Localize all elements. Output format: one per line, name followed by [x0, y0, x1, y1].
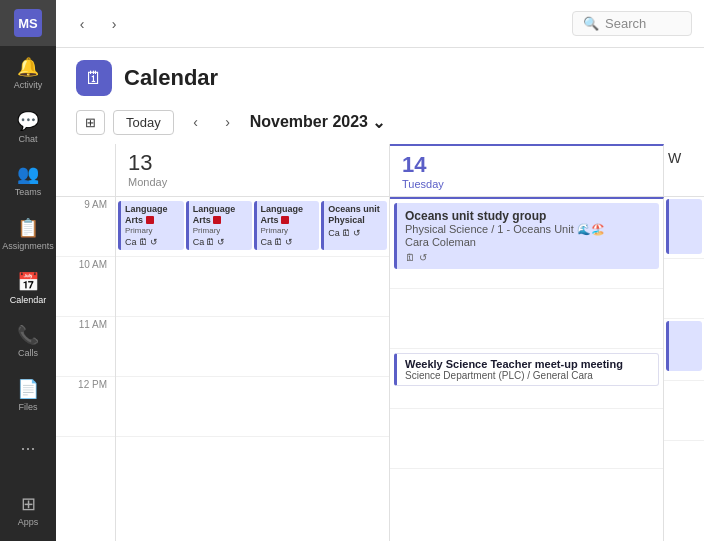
calendar-header: 🗓 Calendar: [56, 48, 704, 104]
search-box[interactable]: 🔍 Search: [572, 11, 692, 36]
day-number-monday: 13: [128, 150, 377, 176]
time-column: 9 AM 10 AM 11 AM 12 PM: [56, 197, 116, 541]
month-label[interactable]: November 2023 ⌄: [250, 113, 385, 132]
time-slot-12pm: 12 PM: [56, 377, 115, 437]
event-sub: Primary: [125, 226, 180, 235]
day-number-overflow: W: [668, 150, 700, 166]
sidebar-item-files[interactable]: 📄 Files: [0, 368, 56, 422]
event-actions: Ca 🗓 ↺: [328, 228, 383, 238]
sidebar-item-label: Assignments: [2, 241, 54, 251]
sidebar-item-label: Calls: [18, 348, 38, 358]
sidebar: MS 🔔 Activity 💬 Chat 👥 Teams 📋 Assignmen…: [0, 0, 56, 541]
logo-box: MS: [14, 9, 42, 37]
science-meeting-event[interactable]: Weekly Science Teacher meet-up meeting S…: [394, 353, 659, 386]
sidebar-apps-label: Apps: [18, 517, 39, 527]
sync-action-icon[interactable]: ↺: [217, 237, 225, 247]
calendar-app-icon: 🗓: [76, 60, 112, 96]
red-square-icon: [146, 216, 154, 224]
event-sub: Primary: [193, 226, 248, 235]
language-arts-event-1[interactable]: Language Arts Primary Ca 🗓 ↺: [118, 201, 184, 250]
event-tag: Ca: [261, 237, 273, 247]
day-headers: 13 Monday 14 Tuesday W: [56, 144, 704, 197]
calls-icon: 📞: [17, 324, 39, 346]
event-actions: Ca 🗓 ↺: [193, 237, 248, 247]
main-content: ‹ › 🔍 Search 🗓 Calendar ⊞ Today ‹ › Nove…: [56, 0, 704, 541]
sidebar-item-calendar[interactable]: 📅 Calendar: [0, 261, 56, 315]
calendar-grid: 13 Monday 14 Tuesday W 9 AM 10 AM 11 AM …: [56, 144, 704, 541]
tuesday-column: Oceans unit study group Physical Science…: [390, 197, 664, 541]
day-name-monday: Monday: [128, 176, 377, 188]
apps-icon: ⊞: [21, 493, 36, 515]
tuesday-slot-12pm: [390, 409, 663, 469]
search-label: Search: [605, 16, 646, 31]
sync-action-icon[interactable]: ↺: [150, 237, 158, 247]
next-month-button[interactable]: ›: [214, 108, 242, 136]
calendar-action-icon[interactable]: 🗓: [139, 237, 148, 247]
event-tag: Ca: [125, 237, 137, 247]
event-actions: Ca 🗓 ↺: [125, 237, 180, 247]
calendar-action-icon[interactable]: 🗓: [206, 237, 215, 247]
overflow-event[interactable]: [666, 199, 702, 254]
overflow-sci-event[interactable]: [666, 321, 702, 371]
sidebar-item-calls[interactable]: 📞 Calls: [0, 314, 56, 368]
sidebar-item-label: Chat: [18, 134, 37, 144]
day-number-tuesday: 14: [402, 152, 651, 178]
sync-action-icon[interactable]: ↺: [419, 252, 427, 263]
oceans-study-group-event[interactable]: Oceans unit study group Physical Science…: [394, 203, 659, 269]
language-arts-event-3[interactable]: Language Arts Primary Ca 🗓 ↺: [254, 201, 320, 250]
day-header-monday: 13 Monday: [116, 144, 390, 196]
event-title: Language Arts: [261, 204, 316, 226]
sidebar-item-chat[interactable]: 💬 Chat: [0, 100, 56, 154]
event-title: Weekly Science Teacher meet-up meeting: [405, 358, 650, 370]
monday-column: Language Arts Primary Ca 🗓 ↺ Language Ar…: [116, 197, 390, 541]
time-slot-9am: 9 AM: [56, 197, 115, 257]
time-slot-10am: 10 AM: [56, 257, 115, 317]
event-tag: Ca: [193, 237, 205, 247]
sidebar-more[interactable]: ···: [0, 422, 56, 476]
sync-action-icon[interactable]: ↺: [353, 228, 361, 238]
teams-icon: 👥: [17, 163, 39, 185]
sidebar-item-activity[interactable]: 🔔 Activity: [0, 46, 56, 100]
calendar-action-icon[interactable]: 🗓: [342, 228, 351, 238]
monday-slot-12pm: [116, 377, 389, 437]
tuesday-slot-11am: Weekly Science Teacher meet-up meeting S…: [390, 349, 663, 409]
event-actions: Ca 🗓 ↺: [261, 237, 316, 247]
calendar-icon: 📅: [17, 271, 39, 293]
calendar-action-icon[interactable]: 🗓: [274, 237, 283, 247]
overflow-column: [664, 197, 704, 541]
oceans-unit-event-monday[interactable]: Oceans unit Physical Ca 🗓 ↺: [321, 201, 387, 250]
prev-month-button[interactable]: ‹: [182, 108, 210, 136]
back-button[interactable]: ‹: [68, 10, 96, 38]
sidebar-item-teams[interactable]: 👥 Teams: [0, 153, 56, 207]
sync-action-icon[interactable]: ↺: [285, 237, 293, 247]
grid-toggle-button[interactable]: ⊞: [76, 110, 105, 135]
event-sub: Science Department (PLC) / General Cara: [405, 370, 650, 381]
sidebar-item-assignments[interactable]: 📋 Assignments: [0, 207, 56, 261]
red-square-icon: [281, 216, 289, 224]
event-title: Language Arts: [193, 204, 248, 226]
files-icon: 📄: [17, 378, 39, 400]
time-grid: 9 AM 10 AM 11 AM 12 PM Language Arts Pri…: [56, 197, 704, 541]
time-slot-11am: 11 AM: [56, 317, 115, 377]
overflow-slot-9am: [664, 199, 704, 259]
month-nav: ‹ ›: [182, 108, 242, 136]
event-title: Oceans unit Physical: [328, 204, 383, 226]
sidebar-item-label: Activity: [14, 80, 43, 90]
event-title: Language Arts: [125, 204, 180, 226]
overflow-slot-12pm: [664, 381, 704, 441]
topbar: ‹ › 🔍 Search: [56, 0, 704, 48]
search-icon: 🔍: [583, 16, 599, 31]
sidebar-item-label: Teams: [15, 187, 42, 197]
sidebar-item-apps[interactable]: ⊞ Apps: [0, 483, 56, 537]
calendar-action-icon[interactable]: 🗓: [405, 252, 415, 263]
event-sub: Physical Science / 1 - Oceans Unit 🌊🏖️: [405, 223, 651, 236]
activity-icon: 🔔: [17, 56, 39, 78]
event-actions: 🗓 ↺: [405, 252, 651, 263]
assignments-icon: 📋: [17, 217, 39, 239]
forward-button[interactable]: ›: [100, 10, 128, 38]
day-name-tuesday: Tuesday: [402, 178, 651, 190]
language-arts-event-2[interactable]: Language Arts Primary Ca 🗓 ↺: [186, 201, 252, 250]
event-sub: Primary: [261, 226, 316, 235]
today-button[interactable]: Today: [113, 110, 174, 135]
chat-icon: 💬: [17, 110, 39, 132]
